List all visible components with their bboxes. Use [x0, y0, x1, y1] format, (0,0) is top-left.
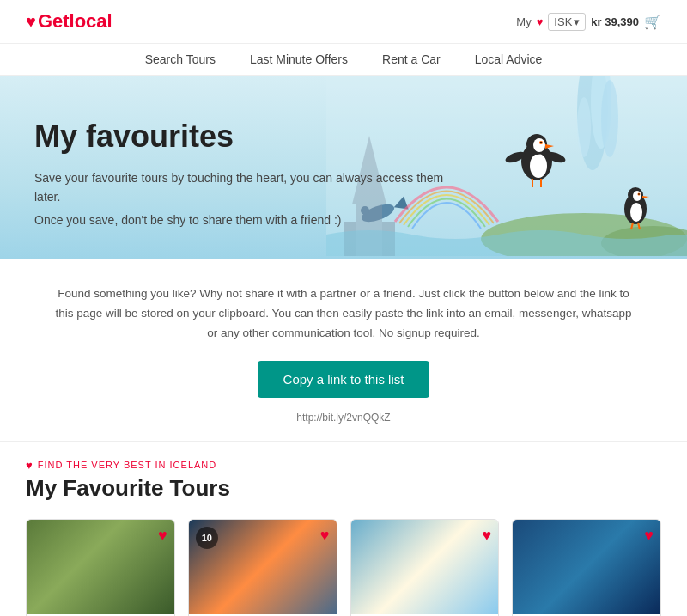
tour-card-3-image: ♥: [351, 520, 499, 614]
copy-link-button[interactable]: Copy a link to this list: [258, 361, 430, 398]
hero-line1: Save your favourite tours by touching th…: [34, 168, 464, 207]
balance-amount: kr 39,390: [591, 15, 639, 28]
tour-card-1-image: ♥: [27, 520, 174, 614]
svg-point-13: [540, 142, 542, 143]
tour-card-2-image: ♥ 10: [189, 520, 337, 614]
tour-card-1: ♥ The Lava Challenge A Golf tournament l…: [26, 519, 175, 616]
nav-local-advice[interactable]: Local Advice: [475, 52, 543, 66]
tours-subtitle-text: FIND THE VERY BEST IN ICELAND: [38, 460, 217, 470]
nav-search-tours[interactable]: Search Tours: [145, 52, 216, 66]
svg-point-19: [630, 203, 642, 222]
logo-heart-icon: ♥: [26, 12, 36, 32]
tour-card-4-favorite-icon[interactable]: ♥: [644, 527, 654, 545]
header: ♥ Getlocal My ♥ ISK ▾ kr 39,390 🛒: [0, 0, 687, 44]
hero-content: My favourites Save your favourite tours …: [34, 119, 464, 229]
hero-banner: My favourites Save your favourite tours …: [0, 76, 687, 259]
tour-card-4: ♥ Ice Cave Classic Go on an amazing jour…: [512, 519, 661, 616]
main-nav: Search Tours Last Minute Offers Rent a C…: [0, 44, 687, 76]
tours-section: ♥ FIND THE VERY BEST IN ICELAND My Favou…: [0, 442, 687, 616]
logo[interactable]: ♥ Getlocal: [26, 10, 112, 33]
svg-point-21: [633, 191, 641, 201]
tours-title: My Favourite Tours: [26, 475, 661, 502]
pin-icon: ♥: [26, 459, 33, 472]
nav-last-minute[interactable]: Last Minute Offers: [250, 52, 348, 66]
chevron-down-icon: ▾: [574, 15, 580, 28]
nav-rent-car[interactable]: Rent a Car: [382, 52, 441, 66]
tour-card-3: ♥ The Secret Lagoon A trip to Flúðir and…: [350, 519, 500, 616]
currency-selector[interactable]: ISK ▾: [548, 13, 586, 31]
favorite-heart-icon: ♥: [537, 15, 544, 28]
share-section: Found something you like? Why not share …: [0, 259, 687, 442]
tour-card-2-badge: 10: [196, 527, 218, 549]
tour-card-4-image: ♥: [513, 520, 660, 614]
my-label: My: [516, 15, 531, 28]
cart-icon[interactable]: 🛒: [644, 14, 661, 30]
tours-subtitle: ♥ FIND THE VERY BEST IN ICELAND: [26, 459, 661, 472]
svg-point-3: [601, 80, 618, 157]
hero-title: My favourites: [34, 119, 464, 155]
svg-point-24: [638, 193, 640, 195]
currency-label: ISK: [554, 15, 572, 28]
tour-card-2: ♥ 10 South Coast Coach Trip This excitin…: [188, 519, 337, 616]
svg-point-4: [577, 97, 591, 157]
header-right: My ♥ ISK ▾ kr 39,390 🛒: [516, 13, 661, 31]
tour-card-2-favorite-icon[interactable]: ♥: [320, 527, 330, 545]
logo-text: Getlocal: [38, 10, 112, 33]
tour-card-3-favorite-icon[interactable]: ♥: [483, 527, 492, 545]
svg-point-8: [530, 154, 547, 178]
share-link: http://bit.ly/2vnQQkZ: [34, 412, 653, 424]
hero-line2: Once you save, don't be shy to share the…: [34, 210, 464, 229]
svg-point-10: [533, 138, 545, 152]
cards-grid: ♥ The Lava Challenge A Golf tournament l…: [26, 519, 661, 616]
tour-card-1-favorite-icon[interactable]: ♥: [158, 527, 167, 545]
share-description: Found something you like? Why not share …: [52, 284, 635, 344]
